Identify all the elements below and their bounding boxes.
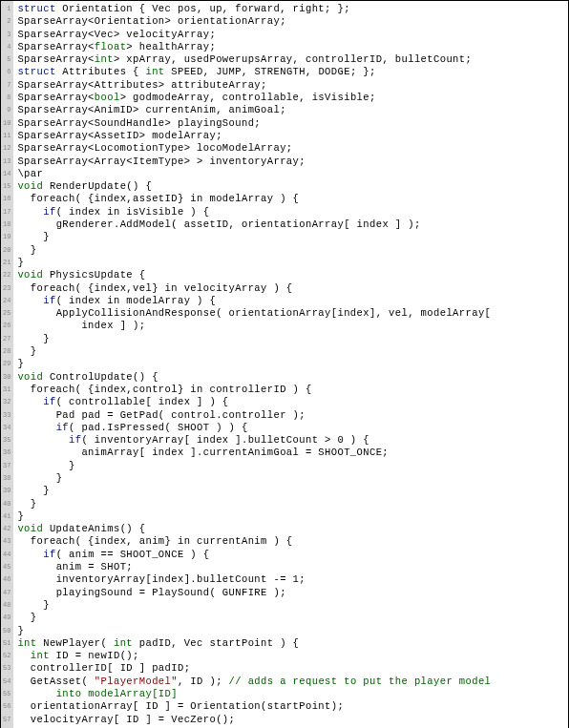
token-ty: void bbox=[17, 523, 43, 534]
code-line: SparseArray<bool> godmodeArray, controll… bbox=[17, 92, 564, 104]
token: } bbox=[43, 333, 50, 344]
token: Orientation { Vec pos, up, forward, righ… bbox=[56, 3, 350, 14]
code-line: if( inventoryArray[ index ].bulletCount … bbox=[17, 434, 564, 447]
line-number: 48 bbox=[3, 599, 11, 612]
code-line: orientationArray[ ID ] = Orientation(sta… bbox=[17, 700, 564, 713]
line-number: 47 bbox=[3, 587, 11, 599]
line-number: 36 bbox=[3, 447, 11, 459]
line-number: 34 bbox=[3, 422, 11, 434]
line-number: 35 bbox=[3, 434, 11, 447]
code-line: int NewPlayer( int padID, Vec startPoint… bbox=[17, 637, 564, 650]
line-number: 14 bbox=[3, 168, 11, 180]
line-number: 45 bbox=[3, 561, 11, 573]
token-cm: // adds a request to put the player mode… bbox=[229, 676, 492, 687]
token-kw: if bbox=[43, 206, 55, 218]
token: SparseArray<Orientation> orientationArra… bbox=[17, 15, 285, 27]
token-kw: struct bbox=[17, 3, 55, 14]
token-st: "PlayerModel" bbox=[95, 676, 178, 687]
token: orientationArray[ ID ] = Orientation(sta… bbox=[31, 700, 344, 712]
line-number: 3 bbox=[3, 29, 11, 41]
line-number: 27 bbox=[3, 333, 11, 345]
code-line: controllerID[ ID ] padID; bbox=[17, 662, 564, 675]
code-line: void ControlUpdate() { bbox=[17, 371, 564, 384]
token: gRenderer.AddModel( assetID, orientation… bbox=[56, 218, 421, 230]
line-number: 32 bbox=[3, 396, 11, 408]
line-number: 51 bbox=[3, 637, 11, 650]
code-line: SparseArray<LocomotionType> locoModelArr… bbox=[17, 142, 564, 155]
line-number: 20 bbox=[3, 244, 11, 257]
line-number: 43 bbox=[3, 535, 11, 548]
token: } bbox=[69, 460, 75, 471]
code-line: velocityArray[ ID ] = VecZero(); bbox=[17, 714, 564, 726]
line-number: 21 bbox=[3, 257, 11, 269]
code-line: } bbox=[17, 244, 564, 257]
line-number: 25 bbox=[3, 307, 11, 320]
line-number: 29 bbox=[3, 358, 11, 370]
line-number: 17 bbox=[3, 206, 11, 218]
token: Attributes { bbox=[56, 66, 146, 77]
token: GetAsset( bbox=[31, 676, 95, 687]
token-cm: into modelArray[ID] bbox=[56, 688, 178, 699]
token: ( index in modelArray ) { bbox=[56, 295, 217, 306]
line-number: 7 bbox=[3, 79, 11, 92]
code-line: if( pad.IsPressed( SHOOT ) ) { bbox=[17, 422, 564, 434]
code-line: } bbox=[17, 333, 564, 345]
line-number: 42 bbox=[3, 523, 11, 535]
code-line: SparseArray<AnimID> currentAnim, animGoa… bbox=[17, 104, 564, 116]
token-kw: struct bbox=[17, 66, 55, 77]
code-line: SparseArray<SoundHandle> playingSound; bbox=[17, 117, 564, 130]
token: ( controllable[ index ] ) { bbox=[56, 396, 229, 407]
line-number: 55 bbox=[3, 688, 11, 700]
code-line: GetAsset( "PlayerModel", ID ); // adds a… bbox=[17, 676, 564, 688]
line-number: 1 bbox=[3, 3, 11, 15]
code-line: foreach( {index, anim} in currentAnim ) … bbox=[17, 535, 564, 548]
line-number: 23 bbox=[3, 282, 11, 295]
token: index ] ); bbox=[81, 320, 145, 331]
code-line: } bbox=[17, 257, 564, 269]
code-line: void UpdateAnims() { bbox=[17, 523, 564, 535]
line-number-gutter: 1234567891011121314151617181920212223242… bbox=[1, 1, 13, 728]
line-number: 22 bbox=[3, 269, 11, 281]
code-line: SparseArray<Array<ItemType> > inventoryA… bbox=[17, 156, 564, 168]
code-line: inventoryArray[index].bulletCount -= 1; bbox=[17, 573, 564, 586]
line-number: 41 bbox=[3, 510, 11, 523]
token-ty: void bbox=[17, 269, 43, 281]
token: RenderUpdate() { bbox=[43, 180, 152, 192]
token: } bbox=[17, 625, 24, 636]
token-kw: if bbox=[43, 549, 55, 560]
code-line: int ID = newID(); bbox=[17, 650, 564, 662]
line-number: 9 bbox=[3, 104, 11, 116]
code-line: animArray[ index ].currentAnimGoal = SHO… bbox=[17, 447, 564, 459]
code-line: SparseArray<int> xpArray, usedPowerupsAr… bbox=[17, 53, 564, 66]
token: ( anim == SHOOT_ONCE ) { bbox=[56, 549, 210, 560]
code-line: } bbox=[17, 460, 564, 472]
token: } bbox=[17, 257, 24, 268]
line-number: 10 bbox=[3, 117, 11, 130]
token: } bbox=[31, 498, 37, 510]
line-number: 4 bbox=[3, 41, 11, 53]
token: ( inventoryArray[ index ].bulletCount > … bbox=[81, 434, 369, 446]
token: SparseArray<SoundHandle> playingSound; bbox=[17, 117, 261, 129]
token: SPEED, JUMP, STRENGTH, DODGE; }; bbox=[165, 66, 376, 77]
line-number: 38 bbox=[3, 472, 11, 485]
line-number: 12 bbox=[3, 142, 11, 155]
token-ty: void bbox=[17, 180, 43, 192]
line-number: 26 bbox=[3, 320, 11, 332]
token: SparseArray< bbox=[17, 41, 94, 52]
token: SparseArray<Vec> velocityArray; bbox=[17, 29, 216, 40]
token: } bbox=[31, 612, 37, 623]
line-number: 13 bbox=[3, 156, 11, 168]
token: ControlUpdate() { bbox=[43, 371, 158, 383]
token: UpdateAnims() { bbox=[43, 523, 145, 534]
line-number: 53 bbox=[3, 662, 11, 675]
code-line: } bbox=[17, 612, 564, 624]
line-number: 16 bbox=[3, 193, 11, 205]
code-line: gRenderer.AddModel( assetID, orientation… bbox=[17, 218, 564, 231]
code-line: if( anim == SHOOT_ONCE ) { bbox=[17, 549, 564, 561]
code-line: } bbox=[17, 345, 564, 358]
token-kw: if bbox=[43, 396, 55, 407]
line-number: 50 bbox=[3, 625, 11, 637]
code-line: } bbox=[17, 231, 564, 243]
token: } bbox=[31, 345, 37, 357]
code-line: SparseArray<float> healthArray; bbox=[17, 41, 564, 53]
